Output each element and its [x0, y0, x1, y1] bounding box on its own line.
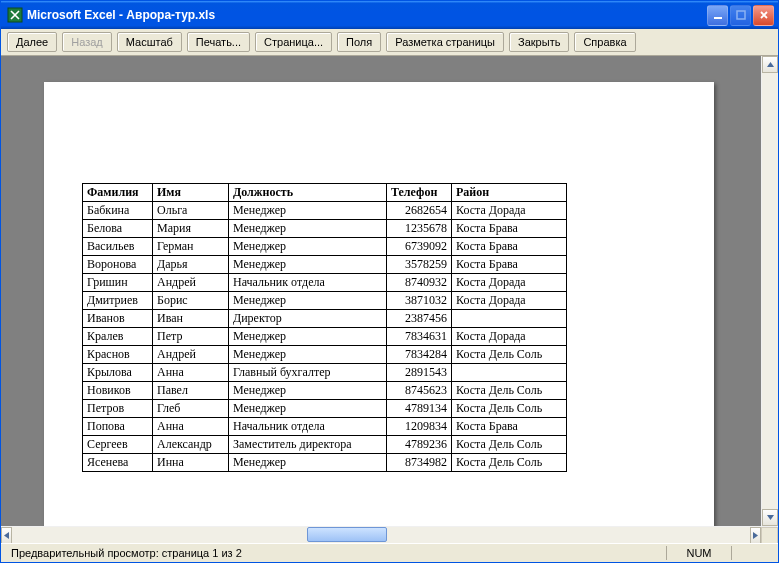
status-text: Предварительный просмотр: страница 1 из …	[5, 547, 248, 559]
table-cell: Менеджер	[229, 220, 387, 238]
table-cell: Коста Дорада	[452, 328, 567, 346]
pagebreak-button[interactable]: Разметка страницы	[386, 32, 504, 52]
table-cell: Анна	[153, 364, 229, 382]
table-cell: 1209834	[387, 418, 452, 436]
table-cell: 3871032	[387, 292, 452, 310]
status-num: NUM	[669, 547, 729, 559]
hscroll-row	[1, 526, 778, 543]
table-cell: Новиков	[83, 382, 153, 400]
table-cell: Коста Дель Соль	[452, 400, 567, 418]
scroll-left-button[interactable]	[1, 527, 12, 544]
print-button[interactable]: Печать...	[187, 32, 250, 52]
table-cell: Краснов	[83, 346, 153, 364]
table-cell: Андрей	[153, 274, 229, 292]
page-setup-button[interactable]: Страница...	[255, 32, 332, 52]
statusbar: Предварительный просмотр: страница 1 из …	[1, 543, 778, 562]
table-cell: Менеджер	[229, 238, 387, 256]
table-cell: Менеджер	[229, 400, 387, 418]
app-window: Microsoft Excel - Аврора-тур.xls Далее Н…	[0, 0, 779, 563]
table-cell: Менеджер	[229, 292, 387, 310]
scroll-right-button[interactable]	[750, 527, 761, 544]
maximize-button[interactable]	[730, 5, 751, 26]
table-cell: Коста Дорада	[452, 202, 567, 220]
table-row: ПетровГлебМенеджер4789134Коста Дель Соль	[83, 400, 567, 418]
svg-rect-1	[714, 17, 722, 19]
table-cell: Коста Брава	[452, 418, 567, 436]
table-cell: Дарья	[153, 256, 229, 274]
table-cell: 8740932	[387, 274, 452, 292]
table-row: ИвановИванДиректор2387456	[83, 310, 567, 328]
table-row: ДмитриевБорисМенеджер3871032Коста Дорада	[83, 292, 567, 310]
table-cell: Менеджер	[229, 328, 387, 346]
table-cell: Менеджер	[229, 454, 387, 472]
table-cell: Коста Брава	[452, 220, 567, 238]
svg-rect-2	[737, 11, 745, 19]
table-cell: Менеджер	[229, 202, 387, 220]
excel-icon	[7, 7, 23, 23]
table-cell: 4789134	[387, 400, 452, 418]
table-cell: 7834631	[387, 328, 452, 346]
table-cell: Борис	[153, 292, 229, 310]
column-header: Должность	[229, 184, 387, 202]
table-cell: Главный бухгалтер	[229, 364, 387, 382]
close-preview-button[interactable]: Закрыть	[509, 32, 569, 52]
data-table: ФамилияИмяДолжностьТелефонРайон БабкинаО…	[82, 183, 567, 472]
table-cell	[452, 364, 567, 382]
table-row: БеловаМарияМенеджер1235678Коста Брава	[83, 220, 567, 238]
table-cell	[452, 310, 567, 328]
table-cell: Менеджер	[229, 382, 387, 400]
table-row: ВасильевГерманМенеджер6739092Коста Брава	[83, 238, 567, 256]
close-button[interactable]	[753, 5, 774, 26]
table-cell: Кралев	[83, 328, 153, 346]
table-cell: Сергеев	[83, 436, 153, 454]
table-cell: Петров	[83, 400, 153, 418]
table-cell: 7834284	[387, 346, 452, 364]
vertical-scrollbar[interactable]	[761, 56, 778, 526]
hscroll-track[interactable]	[12, 527, 750, 543]
hscroll-thumb[interactable]	[307, 527, 387, 542]
table-row: КрыловаАннаГлавный бухгалтер2891543	[83, 364, 567, 382]
table-cell: Коста Дель Соль	[452, 454, 567, 472]
toolbar: Далее Назад Масштаб Печать... Страница..…	[1, 29, 778, 56]
table-cell: Дмитриев	[83, 292, 153, 310]
table-cell: Александр	[153, 436, 229, 454]
scroll-down-button[interactable]	[762, 509, 778, 526]
table-cell: Начальник отдела	[229, 274, 387, 292]
table-cell: Менеджер	[229, 256, 387, 274]
vscroll-track[interactable]	[762, 73, 778, 509]
table-row: КралевПетрМенеджер7834631Коста Дорада	[83, 328, 567, 346]
scroll-up-button[interactable]	[762, 56, 778, 73]
table-cell: Коста Дорада	[452, 274, 567, 292]
column-header: Телефон	[387, 184, 452, 202]
table-cell: Ясенева	[83, 454, 153, 472]
table-cell: Менеджер	[229, 346, 387, 364]
table-cell: Васильев	[83, 238, 153, 256]
next-button[interactable]: Далее	[7, 32, 57, 52]
preview-viewport[interactable]: ФамилияИмяДолжностьТелефонРайон БабкинаО…	[1, 56, 761, 526]
table-cell: Гришин	[83, 274, 153, 292]
table-cell: Белова	[83, 220, 153, 238]
table-row: БабкинаОльгаМенеджер2682654Коста Дорада	[83, 202, 567, 220]
table-cell: 6739092	[387, 238, 452, 256]
table-cell: 2682654	[387, 202, 452, 220]
table-cell: Иван	[153, 310, 229, 328]
table-cell: Коста Дель Соль	[452, 436, 567, 454]
table-row: ПоповаАннаНачальник отдела1209834Коста Б…	[83, 418, 567, 436]
minimize-button[interactable]	[707, 5, 728, 26]
window-buttons	[707, 5, 774, 26]
table-cell: Начальник отдела	[229, 418, 387, 436]
page-preview: ФамилияИмяДолжностьТелефонРайон БабкинаО…	[44, 82, 714, 526]
table-cell: Воронова	[83, 256, 153, 274]
zoom-button[interactable]: Масштаб	[117, 32, 182, 52]
scroll-corner	[761, 527, 778, 544]
column-header: Фамилия	[83, 184, 153, 202]
table-cell: Директор	[229, 310, 387, 328]
column-header: Район	[452, 184, 567, 202]
column-header: Имя	[153, 184, 229, 202]
horizontal-scrollbar[interactable]	[1, 527, 761, 543]
table-cell: Ольга	[153, 202, 229, 220]
margins-button[interactable]: Поля	[337, 32, 381, 52]
table-cell: Андрей	[153, 346, 229, 364]
help-button[interactable]: Справка	[574, 32, 635, 52]
table-cell: Заместитель директора	[229, 436, 387, 454]
